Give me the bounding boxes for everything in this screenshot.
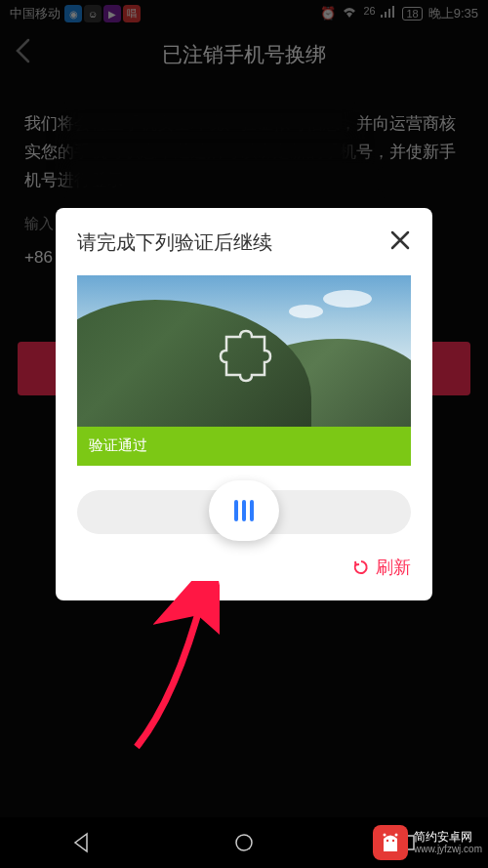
captcha-image: 验证通过	[77, 275, 411, 466]
success-banner: 验证通过	[77, 427, 411, 466]
refresh-button[interactable]: 刷新	[77, 556, 411, 579]
slider-handle[interactable]	[209, 480, 279, 541]
svg-point-8	[386, 840, 388, 842]
watermark-icon	[373, 825, 408, 860]
modal-header: 请完成下列验证后继续	[77, 227, 411, 258]
watermark: 简约安卓网 www.jyfzwj.com	[373, 825, 482, 860]
refresh-label: 刷新	[376, 556, 411, 579]
nav-back-button[interactable]	[69, 831, 93, 854]
captcha-modal: 请完成下列验证后继续 验证通过 刷新	[56, 208, 432, 600]
svg-point-4	[236, 835, 252, 850]
watermark-text: 简约安卓网 www.jyfzwj.com	[414, 830, 482, 855]
svg-point-9	[392, 840, 394, 842]
slider-track[interactable]	[77, 490, 411, 534]
modal-title: 请完成下列验证后继续	[77, 229, 272, 256]
refresh-icon	[352, 558, 370, 576]
svg-point-6	[383, 834, 386, 837]
close-button[interactable]	[389, 227, 411, 258]
svg-point-7	[394, 834, 397, 837]
puzzle-piece-icon	[219, 329, 272, 383]
nav-home-button[interactable]	[232, 831, 256, 854]
